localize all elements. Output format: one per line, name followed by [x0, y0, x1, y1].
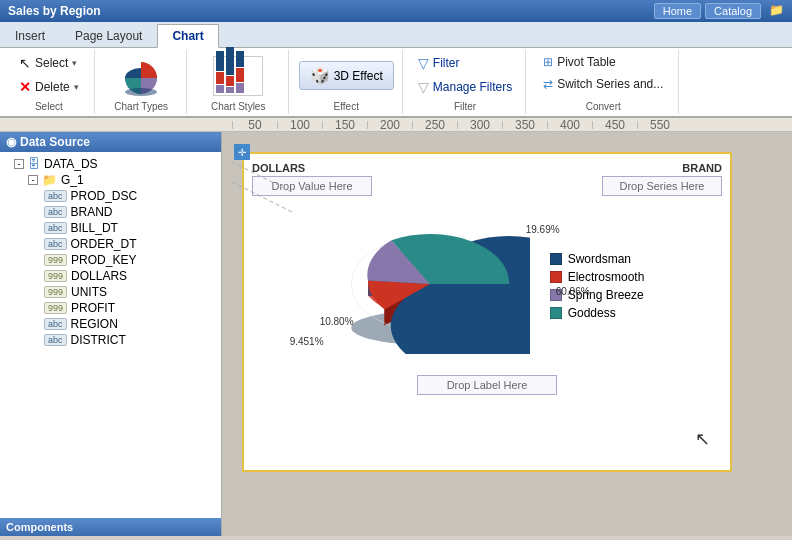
switch-series-button[interactable]: ⇄ Switch Series and...	[536, 74, 670, 94]
type-profit: 999	[44, 302, 67, 314]
chart-type-thumbnail[interactable]	[121, 56, 161, 96]
funnel-icon: ▽	[418, 55, 429, 71]
type-region: abc	[44, 318, 67, 330]
chart-types-label: Chart Types	[114, 99, 168, 112]
drop-zones-row: DOLLARS Drop Value Here BRAND Drop Serie…	[252, 162, 722, 196]
brand-header: BRAND	[682, 162, 722, 174]
ruler-100: 100	[277, 121, 322, 129]
folder-icon-g1: 📁	[42, 173, 57, 187]
tree-item-brand[interactable]: abc BRAND	[0, 204, 221, 220]
pivot-table-button[interactable]: ⊞ Pivot Table	[536, 52, 622, 72]
type-orderdt: abc	[44, 238, 67, 250]
legend-color-swordsman	[550, 253, 562, 265]
ruler-400: 400	[547, 121, 592, 129]
filter-label: Filter	[454, 99, 476, 112]
canvas-area[interactable]: ✛ DOLLARS Drop Value Here BRAND Drop Ser…	[222, 132, 792, 536]
legend-label-goddess: Goddess	[568, 306, 616, 320]
dollars-header: DOLLARS	[252, 162, 372, 174]
tree-item-units[interactable]: 999 UNITS	[0, 284, 221, 300]
chart-style-thumbnail[interactable]	[213, 56, 263, 96]
title-bar: Sales by Region Home Catalog 📁	[0, 0, 792, 22]
select-group-label: Select	[35, 99, 63, 112]
ribbon-tabs: Insert Page Layout Chart	[0, 22, 792, 48]
drop-value-zone[interactable]: Drop Value Here	[252, 176, 372, 196]
app-title: Sales by Region	[8, 4, 101, 18]
home-button[interactable]: Home	[654, 3, 701, 19]
profit-label: PROFIT	[71, 301, 115, 315]
select-dropdown-arrow: ▾	[72, 58, 77, 68]
type-billdt: abc	[44, 222, 67, 234]
filter-button[interactable]: ▽ Filter	[413, 52, 465, 74]
type-dollars: 999	[44, 270, 67, 282]
billdt-label: BILL_DT	[71, 221, 118, 235]
effect-label: Effect	[334, 99, 359, 112]
expand-datads[interactable]: -	[14, 159, 24, 169]
sidebar-title: Data Source	[20, 135, 90, 149]
main-layout: ◉ Data Source - 🗄 DATA_DS - 📁 G_1 abc PR…	[0, 132, 792, 536]
drop-series-zone[interactable]: Drop Series Here	[602, 176, 722, 196]
cursor-icon: ↖	[19, 55, 31, 71]
ruler: 50 100 150 200 250 300 350 400 450 550	[0, 118, 792, 132]
ruler-550: 550	[637, 121, 682, 129]
district-label: DISTRICT	[71, 333, 126, 347]
delete-button[interactable]: ✕ Delete ▾	[12, 76, 86, 98]
pct-label-p3: 9.451%	[290, 336, 324, 347]
region-label: REGION	[71, 317, 118, 331]
select-button[interactable]: ↖ Select ▾	[12, 52, 84, 74]
g1-label: G_1	[61, 173, 84, 187]
ruler-200: 200	[367, 121, 412, 129]
expand-g1[interactable]: -	[28, 175, 38, 185]
delete-dropdown-arrow: ▾	[74, 82, 79, 92]
filter-group: ▽ Filter ▽ Manage Filters Filter	[405, 50, 526, 114]
type-proddsc: abc	[44, 190, 67, 202]
pie-chart-svg	[330, 214, 530, 354]
tree-item-dollars[interactable]: 999 DOLLARS	[0, 268, 221, 284]
tree-item-region[interactable]: abc REGION	[0, 316, 221, 332]
prodkey-label: PROD_KEY	[71, 253, 136, 267]
tree-item-district[interactable]: abc DISTRICT	[0, 332, 221, 348]
tab-page-layout[interactable]: Page Layout	[60, 24, 157, 47]
data-source-icon: ◉	[6, 135, 16, 149]
folder-icon: 📁	[769, 3, 784, 19]
legend-color-goddess	[550, 307, 562, 319]
convert-group: ⊞ Pivot Table ⇄ Switch Series and... Con…	[528, 50, 679, 114]
manage-filters-button[interactable]: ▽ Manage Filters	[413, 76, 517, 98]
dollars-label: DOLLARS	[71, 269, 127, 283]
pct-label-p2: 10.80%	[320, 316, 354, 327]
tree-item-orderdt[interactable]: abc ORDER_DT	[0, 236, 221, 252]
ruler-300: 300	[457, 121, 502, 129]
convert-label: Convert	[586, 99, 621, 112]
catalog-button[interactable]: Catalog	[705, 3, 761, 19]
ruler-50: 50	[232, 121, 277, 129]
brand-label: BRAND	[71, 205, 113, 219]
ribbon-toolbar: ↖ Select ▾ ✕ Delete ▾ Select Ch	[0, 48, 792, 118]
3d-effect-button[interactable]: 🎲 3D Effect	[299, 61, 394, 90]
chart-move-handle[interactable]: ✛	[234, 144, 250, 160]
orderdt-label: ORDER_DT	[71, 237, 137, 251]
tree-item-prodkey[interactable]: 999 PROD_KEY	[0, 252, 221, 268]
drop-bottom: Drop Label Here	[252, 375, 722, 395]
chart-types-group: Chart Types	[97, 50, 187, 114]
legend-electrosmooth: Electrosmooth	[550, 270, 645, 284]
legend-goddess: Goddess	[550, 306, 645, 320]
sidebar-tree: - 🗄 DATA_DS - 📁 G_1 abc PROD_DSC abc BRA…	[0, 152, 221, 518]
delete-icon: ✕	[19, 79, 31, 95]
chart-styles-group: Chart Styles	[189, 50, 289, 114]
tree-item-profit[interactable]: 999 PROFIT	[0, 300, 221, 316]
tree-item-proddsc[interactable]: abc PROD_DSC	[0, 188, 221, 204]
tree-item-billdt[interactable]: abc BILL_DT	[0, 220, 221, 236]
legend-swordsman: Swordsman	[550, 252, 645, 266]
tab-insert[interactable]: Insert	[0, 24, 60, 47]
sidebar-footer: Components	[0, 518, 221, 536]
tab-chart[interactable]: Chart	[157, 24, 218, 48]
tree-item-g1[interactable]: - 📁 G_1	[0, 172, 221, 188]
chart-frame: ✛ DOLLARS Drop Value Here BRAND Drop Ser…	[242, 152, 732, 472]
ruler-350: 350	[502, 121, 547, 129]
tree-item-datads[interactable]: - 🗄 DATA_DS	[0, 156, 221, 172]
effect-group: 🎲 3D Effect Effect	[291, 50, 403, 114]
pie-container: 19.69% 9.451% 10.80% 60.06%	[252, 204, 722, 367]
units-label: UNITS	[71, 285, 107, 299]
legend-label-swordsman: Swordsman	[568, 252, 631, 266]
ruler-250: 250	[412, 121, 457, 129]
drop-label-zone[interactable]: Drop Label Here	[417, 375, 557, 395]
